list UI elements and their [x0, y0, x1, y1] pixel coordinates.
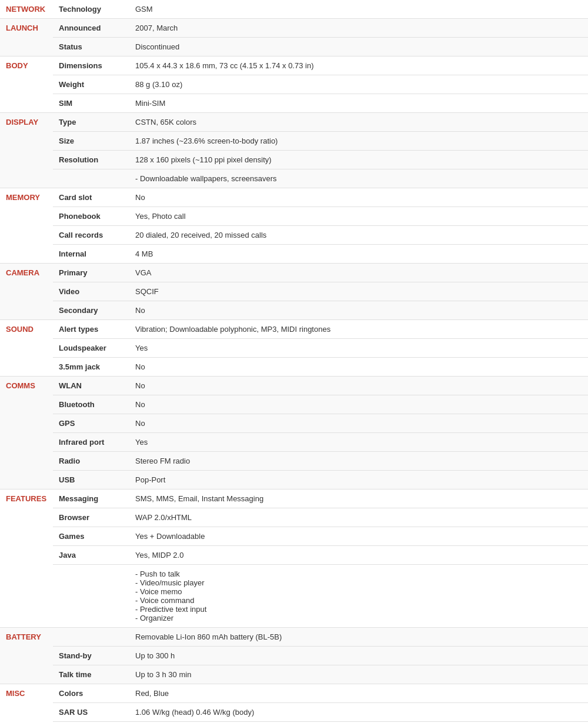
table-row: JavaYes, MIDP 2.0 — [0, 546, 588, 565]
table-row: Infrared portYes — [0, 433, 588, 452]
spec-value: SMS, MMS, Email, Instant Messaging — [129, 489, 588, 508]
spec-label: Talk time — [53, 665, 129, 684]
table-row: BrowserWAP 2.0/xHTML — [0, 508, 588, 527]
spec-value: 128 x 160 pixels (~110 ppi pixel density… — [129, 151, 588, 169]
table-row: BATTERYRemovable Li-Ion 860 mAh battery … — [0, 628, 588, 647]
table-row: Call records20 dialed, 20 received, 20 m… — [0, 226, 588, 245]
spec-label: Browser — [53, 508, 129, 527]
spec-label: Secondary — [53, 301, 129, 320]
spec-label: SAR US — [53, 703, 129, 722]
spec-label: GPS — [53, 414, 129, 433]
spec-label: SAR EU — [53, 722, 129, 727]
spec-label: Phonebook — [53, 207, 129, 226]
spec-label — [53, 169, 129, 188]
category-label-memory: MEMORY — [0, 188, 53, 264]
spec-value: CSTN, 65K colors — [129, 113, 588, 132]
spec-label: Games — [53, 527, 129, 546]
category-label-camera: CAMERA — [0, 264, 53, 320]
spec-value: 0.73 W/kg (head) — [129, 722, 588, 727]
category-label-network: NETWORK — [0, 0, 53, 19]
table-row: CAMERAPrimaryVGA — [0, 264, 588, 282]
spec-label: WLAN — [53, 377, 129, 395]
spec-value: 2007, March — [129, 19, 588, 38]
spec-label: Call records — [53, 226, 129, 245]
category-label-launch: LAUNCH — [0, 19, 53, 56]
spec-label: USB — [53, 471, 129, 489]
table-row: LoudspeakerYes — [0, 339, 588, 358]
spec-value: 1.06 W/kg (head) 0.46 W/kg (body) — [129, 703, 588, 722]
table-row: Size1.87 inches (~23.6% screen-to-body r… — [0, 132, 588, 151]
spec-label: Colors — [53, 684, 129, 703]
category-label-misc: MISC — [0, 684, 53, 727]
spec-label: Loudspeaker — [53, 339, 129, 358]
spec-label: Dimensions — [53, 56, 129, 75]
spec-value: Yes — [129, 339, 588, 358]
spec-label — [53, 628, 129, 647]
table-row: BODYDimensions105.4 x 44.3 x 18.6 mm, 73… — [0, 56, 588, 75]
table-row: FEATURESMessagingSMS, MMS, Email, Instan… — [0, 489, 588, 508]
spec-label: Status — [53, 38, 129, 56]
table-row: VideoSQCIF — [0, 282, 588, 301]
spec-label: SIM — [53, 94, 129, 113]
spec-label: Stand-by — [53, 647, 129, 665]
spec-value: No — [129, 395, 588, 414]
spec-label: Video — [53, 282, 129, 301]
spec-value: No — [129, 188, 588, 207]
spec-label: Primary — [53, 264, 129, 282]
table-row: GamesYes + Downloadable — [0, 527, 588, 546]
spec-value: Yes — [129, 433, 588, 452]
spec-value: 88 g (3.10 oz) — [129, 75, 588, 94]
spec-value: 105.4 x 44.3 x 18.6 mm, 73 cc (4.15 x 1.… — [129, 56, 588, 75]
spec-value: Yes, MIDP 2.0 — [129, 546, 588, 565]
category-label-sound: SOUND — [0, 320, 53, 377]
table-row: SecondaryNo — [0, 301, 588, 320]
spec-label: Bluetooth — [53, 395, 129, 414]
table-row: SIMMini-SIM — [0, 94, 588, 113]
spec-table: NETWORKTechnologyGSMLAUNCHAnnounced2007,… — [0, 0, 588, 726]
spec-value: SQCIF — [129, 282, 588, 301]
category-label-comms: COMMS — [0, 377, 53, 489]
table-row: - Push to talk- Video/music player- Voic… — [0, 565, 588, 628]
table-row: Resolution128 x 160 pixels (~110 ppi pix… — [0, 151, 588, 169]
table-row: StatusDiscontinued — [0, 38, 588, 56]
table-row: GPSNo — [0, 414, 588, 433]
spec-value: 4 MB — [129, 245, 588, 264]
spec-label: Java — [53, 546, 129, 565]
spec-value: Pop-Port — [129, 471, 588, 489]
table-row: Internal4 MB — [0, 245, 588, 264]
table-row: PhonebookYes, Photo call — [0, 207, 588, 226]
category-label-features: FEATURES — [0, 489, 53, 628]
spec-value: Red, Blue — [129, 684, 588, 703]
spec-value: No — [129, 414, 588, 433]
spec-value: No — [129, 377, 588, 395]
spec-value: No — [129, 301, 588, 320]
spec-value: 1.87 inches (~23.6% screen-to-body ratio… — [129, 132, 588, 151]
spec-value: Up to 300 h — [129, 647, 588, 665]
spec-value: Yes, Photo call — [129, 207, 588, 226]
spec-label: Size — [53, 132, 129, 151]
spec-label: Weight — [53, 75, 129, 94]
spec-label: Infrared port — [53, 433, 129, 452]
spec-label: Announced — [53, 19, 129, 38]
spec-value: - Push to talk- Video/music player- Voic… — [129, 565, 588, 628]
spec-value: Yes + Downloadable — [129, 527, 588, 546]
table-row: Weight88 g (3.10 oz) — [0, 75, 588, 94]
spec-value: 20 dialed, 20 received, 20 missed calls — [129, 226, 588, 245]
table-row: Talk timeUp to 3 h 30 min — [0, 665, 588, 684]
spec-value: Removable Li-Ion 860 mAh battery (BL-5B) — [129, 628, 588, 647]
spec-value: Up to 3 h 30 min — [129, 665, 588, 684]
table-row: SOUNDAlert typesVibration; Downloadable … — [0, 320, 588, 339]
table-row: 3.5mm jackNo — [0, 358, 588, 377]
table-row: NETWORKTechnologyGSM — [0, 0, 588, 19]
table-row: MEMORYCard slotNo — [0, 188, 588, 207]
spec-value: Discontinued — [129, 38, 588, 56]
spec-label: Technology — [53, 0, 129, 19]
table-row: COMMSWLANNo — [0, 377, 588, 395]
spec-value: VGA — [129, 264, 588, 282]
table-row: RadioStereo FM radio — [0, 452, 588, 471]
table-row: LAUNCHAnnounced2007, March — [0, 19, 588, 38]
table-row: DISPLAYTypeCSTN, 65K colors — [0, 113, 588, 132]
spec-value: - Downloadable wallpapers, screensavers — [129, 169, 588, 188]
table-row: MISCColorsRed, Blue — [0, 684, 588, 703]
spec-label: Alert types — [53, 320, 129, 339]
